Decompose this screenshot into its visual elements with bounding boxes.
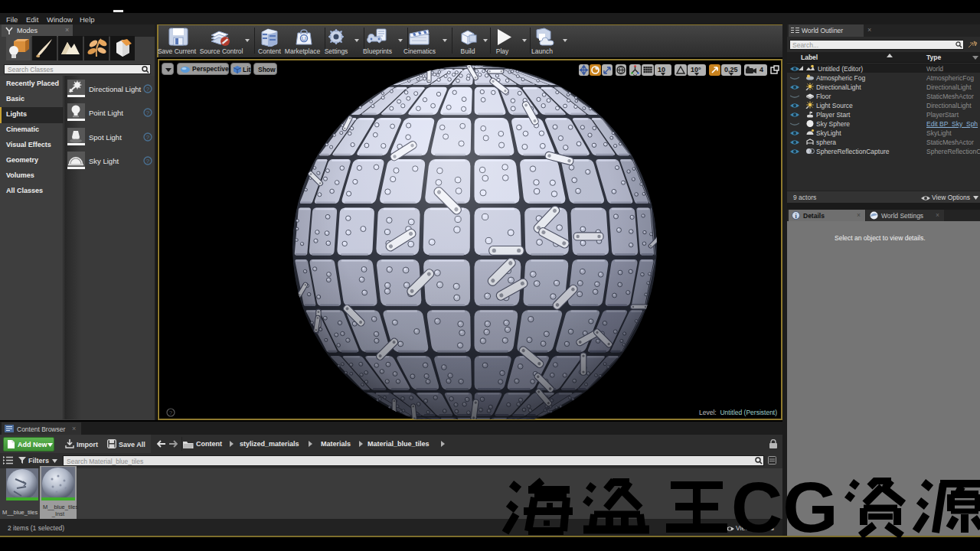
- svg-text:?: ?: [146, 134, 150, 141]
- svg-text:?: ?: [146, 158, 150, 165]
- svg-text:CG: CG: [731, 478, 838, 539]
- svg-text:?: ?: [146, 86, 150, 93]
- svg-text:?: ?: [146, 109, 150, 116]
- svg-text:U: U: [302, 35, 306, 42]
- svg-text:?: ?: [169, 409, 173, 416]
